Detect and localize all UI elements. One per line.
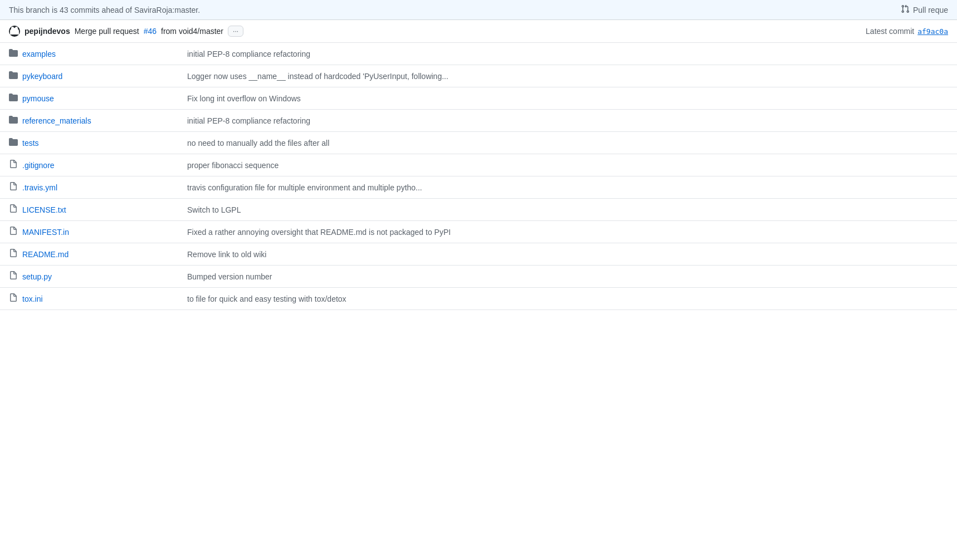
file-icon <box>9 204 18 215</box>
file-name-cell: pykeyboard <box>0 65 178 87</box>
file-name-link[interactable]: reference_materials <box>9 115 169 126</box>
commit-message-cell: Fix long int overflow on Windows <box>178 87 957 110</box>
commit-username[interactable]: pepijndevos <box>25 27 70 36</box>
folder-icon <box>9 71 18 81</box>
file-name-cell: .gitignore <box>0 154 178 176</box>
commit-message-cell: Fixed a rather annoying oversight that R… <box>178 221 957 243</box>
file-name: reference_materials <box>22 116 91 125</box>
file-name: tox.ini <box>22 294 43 303</box>
file-name: pykeyboard <box>22 72 62 81</box>
branch-ahead-text: This branch is 43 commits ahead of Savir… <box>9 6 200 14</box>
file-icon <box>9 182 18 193</box>
table-row: .travis.yml travis configuration file fo… <box>0 176 957 199</box>
commit-hash-link[interactable]: af9ac0a <box>917 27 948 36</box>
table-row: LICENSE.txt Switch to LGPL <box>0 199 957 221</box>
file-name: pymouse <box>22 94 54 103</box>
file-icon <box>9 249 18 259</box>
file-name-link[interactable]: .gitignore <box>9 160 169 170</box>
commit-message-cell: travis configuration file for multiple e… <box>178 176 957 199</box>
file-name: README.md <box>22 250 69 259</box>
table-row: pymouse Fix long int overflow on Windows <box>0 87 957 110</box>
table-row: .gitignore proper fibonacci sequence <box>0 154 957 176</box>
file-icon <box>9 227 18 237</box>
file-table: examples initial PEP-8 compliance refact… <box>0 43 957 310</box>
file-name: .travis.yml <box>22 183 57 192</box>
table-row: MANIFEST.in Fixed a rather annoying over… <box>0 221 957 243</box>
table-row: setup.py Bumped version number <box>0 266 957 288</box>
file-name-link[interactable]: pykeyboard <box>9 71 169 81</box>
commit-message-cell: to file for quick and easy testing with … <box>178 288 957 310</box>
file-name: .gitignore <box>22 161 55 170</box>
folder-icon <box>9 115 18 126</box>
avatar <box>9 26 20 37</box>
pull-request-area[interactable]: Pull reque <box>901 4 948 15</box>
pull-request-label[interactable]: Pull reque <box>913 6 948 14</box>
table-row: pykeyboard Logger now uses __name__ inst… <box>0 65 957 87</box>
more-button[interactable]: ··· <box>228 26 243 37</box>
table-row: tox.ini to file for quick and easy testi… <box>0 288 957 310</box>
file-name-link[interactable]: tests <box>9 137 169 148</box>
file-name-link[interactable]: LICENSE.txt <box>9 204 169 215</box>
latest-commit-area: Latest commit af9ac0a <box>866 27 948 36</box>
file-name-cell: tox.ini <box>0 288 178 310</box>
file-name-link[interactable]: setup.py <box>9 271 169 282</box>
table-row: README.md Remove link to old wiki <box>0 243 957 266</box>
commit-message-cell: Bumped version number <box>178 266 957 288</box>
commit-message-cell: Remove link to old wiki <box>178 243 957 266</box>
file-name: LICENSE.txt <box>22 205 66 214</box>
file-name-cell: README.md <box>0 243 178 266</box>
commit-message-cell: Logger now uses __name__ instead of hard… <box>178 65 957 87</box>
file-icon <box>9 160 18 170</box>
file-name-link[interactable]: .travis.yml <box>9 182 169 193</box>
pr-number-link[interactable]: #46 <box>144 27 157 36</box>
folder-icon <box>9 48 18 59</box>
file-name-link[interactable]: examples <box>9 48 169 59</box>
table-row: examples initial PEP-8 compliance refact… <box>0 43 957 65</box>
file-name: tests <box>22 139 39 148</box>
file-name-cell: LICENSE.txt <box>0 199 178 221</box>
file-name: setup.py <box>22 272 52 281</box>
file-name-cell: examples <box>0 43 178 65</box>
file-name-cell: setup.py <box>0 266 178 288</box>
pull-req-icon <box>901 4 910 15</box>
file-name-link[interactable]: README.md <box>9 249 169 259</box>
commit-suffix: from void4/master <box>161 27 223 36</box>
table-row: reference_materials initial PEP-8 compli… <box>0 110 957 132</box>
branch-info-bar: This branch is 43 commits ahead of Savir… <box>0 0 957 20</box>
file-name-cell: MANIFEST.in <box>0 221 178 243</box>
branch-ahead-label: This branch is 43 commits ahead of Savir… <box>9 6 200 14</box>
file-name: examples <box>22 50 56 58</box>
file-name-cell: pymouse <box>0 87 178 110</box>
file-name-link[interactable]: tox.ini <box>9 293 169 304</box>
file-name-link[interactable]: MANIFEST.in <box>9 227 169 237</box>
commit-message-cell: initial PEP-8 compliance refactoring <box>178 43 957 65</box>
folder-icon <box>9 137 18 148</box>
commit-bar: pepijndevos Merge pull request #46 from … <box>0 20 957 43</box>
commit-message-cell: no need to manually add the files after … <box>178 132 957 154</box>
latest-commit-label: Latest commit <box>866 27 914 36</box>
file-name-cell: reference_materials <box>0 110 178 132</box>
commit-message-cell: initial PEP-8 compliance refactoring <box>178 110 957 132</box>
commit-message-cell: Switch to LGPL <box>178 199 957 221</box>
file-name-link[interactable]: pymouse <box>9 93 169 104</box>
file-name-cell: tests <box>0 132 178 154</box>
commit-info: pepijndevos Merge pull request #46 from … <box>9 26 243 37</box>
file-name-cell: .travis.yml <box>0 176 178 199</box>
commit-message-cell: proper fibonacci sequence <box>178 154 957 176</box>
commit-prefix: Merge pull request <box>75 27 139 36</box>
file-name: MANIFEST.in <box>22 228 69 237</box>
file-icon <box>9 271 18 282</box>
table-row: tests no need to manually add the files … <box>0 132 957 154</box>
file-icon <box>9 293 18 304</box>
folder-icon <box>9 93 18 104</box>
